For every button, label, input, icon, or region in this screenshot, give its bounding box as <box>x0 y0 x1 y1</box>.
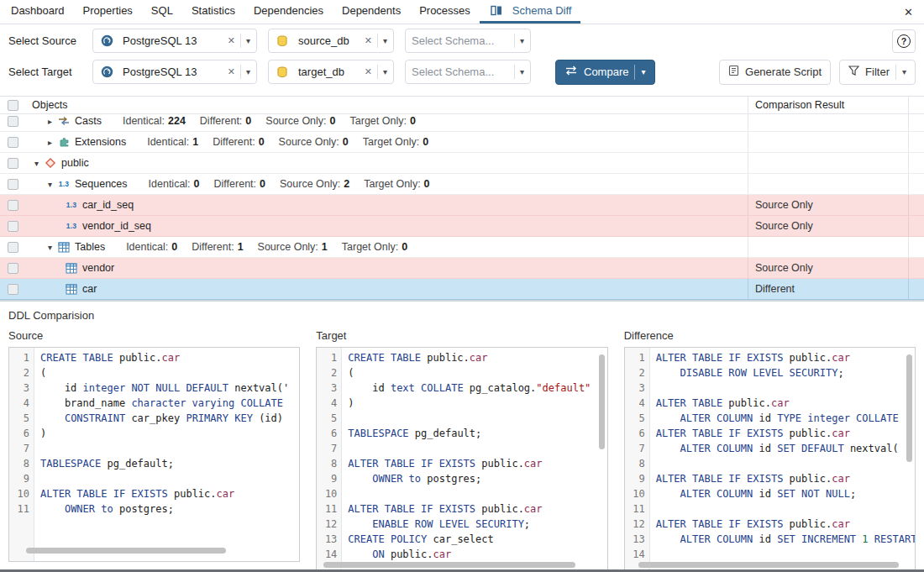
objects-column-header[interactable]: Objects <box>25 99 748 111</box>
chevron-down-icon[interactable]: ▾ <box>383 67 387 76</box>
target-schema-select[interactable]: Select Schema... ▾ <box>405 60 531 84</box>
count-identical: Identical:1 <box>147 136 198 148</box>
target-ddl-pane[interactable]: 1234567891011121314 CREATE TABLE public.… <box>316 347 607 572</box>
row-checkbox[interactable] <box>8 116 18 127</box>
source-schema-select[interactable]: Select Schema... ▾ <box>405 29 531 53</box>
count-identical: Identical:0 <box>149 178 200 190</box>
row-label: Casts <box>75 115 102 127</box>
table-row-public[interactable]: ▾public <box>0 153 924 174</box>
row-checkbox[interactable] <box>8 242 18 253</box>
chevron-down-icon[interactable]: ▾ <box>383 36 387 45</box>
chevron-down-icon[interactable]: ▾ <box>520 36 524 45</box>
combo-divider <box>240 34 241 48</box>
tab-dependents[interactable]: Dependents <box>333 0 410 24</box>
chevron-down-icon[interactable]: ▾ <box>641 67 645 76</box>
source-server-select[interactable]: PostgreSQL 13 ✕ ▾ <box>92 29 257 53</box>
chevron-down-icon[interactable]: ▾ <box>246 67 250 76</box>
row-filler <box>908 258 924 278</box>
database-icon <box>275 66 290 78</box>
tab-processes[interactable]: Processes <box>410 0 480 24</box>
tab-schema-diff[interactable]: Schema Diff <box>480 0 581 24</box>
generate-script-button[interactable]: Generate Script <box>719 60 831 85</box>
count-targetonly: Target Only:0 <box>363 136 428 148</box>
target-server-select[interactable]: PostgreSQL 13 ✕ ▾ <box>92 60 257 84</box>
row-checkbox[interactable] <box>8 263 18 274</box>
row-checkbox[interactable] <box>8 284 18 295</box>
line-number-gutter: 1234567891011121314 <box>625 348 650 572</box>
table-row-car[interactable]: carDifferent <box>0 279 924 300</box>
ddl-comparison-title: DDL Comparision <box>0 302 924 323</box>
table-row-tables[interactable]: ▾TablesIdentical:0Different:1Source Only… <box>0 237 924 258</box>
compare-icon <box>564 66 578 78</box>
horizontal-scrollbar[interactable] <box>323 562 575 568</box>
vertical-scrollbar[interactable] <box>599 354 605 449</box>
table-row-extensions[interactable]: ▸ExtensionsIdentical:1Different:0Source … <box>0 132 924 153</box>
vertical-scrollbar[interactable] <box>906 354 912 462</box>
chevron-down-icon[interactable]: ▾ <box>44 243 56 252</box>
button-divider <box>895 65 896 80</box>
row-label: car_id_seq <box>82 199 134 211</box>
tab-sql[interactable]: SQL <box>142 0 182 24</box>
chevron-down-icon[interactable]: ▾ <box>520 67 524 76</box>
difference-ddl-pane[interactable]: 1234567891011121314 ALTER TABLE IF EXIST… <box>624 347 916 572</box>
count-identical: Identical:224 <box>123 115 186 127</box>
select-target-row: Select Target PostgreSQL 13 ✕ ▾ target_d… <box>0 57 924 87</box>
chevron-down-icon[interactable]: ▾ <box>44 180 56 189</box>
chevron-right-icon[interactable]: ▸ <box>44 138 56 147</box>
difference-code-area: ALTER TABLE IF EXISTS public.car DISABLE… <box>650 348 915 572</box>
comparison-counts: Identical:1Different:0Source Only:0Targe… <box>147 136 428 148</box>
clear-icon[interactable]: ✕ <box>228 35 235 46</box>
grid-header-filler <box>908 97 924 113</box>
tab-label: Statistics <box>192 4 235 17</box>
table-row-casts[interactable]: ▸CastsIdentical:224Different:0Source Onl… <box>0 114 924 132</box>
close-icon[interactable]: ✕ <box>893 6 924 18</box>
table-row-vendor_id_seq[interactable]: 1.3vendor_id_seqSource Only <box>0 216 924 237</box>
row-checkbox[interactable] <box>8 179 18 190</box>
line-number-gutter: 1234567891011121314 <box>317 348 342 572</box>
clear-icon[interactable]: ✕ <box>365 35 372 46</box>
chevron-down-icon[interactable]: ▾ <box>30 159 43 168</box>
select-all-checkbox[interactable] <box>8 100 18 111</box>
tab-bar: DashboardPropertiesSQLStatisticsDependen… <box>0 0 924 24</box>
tab-properties[interactable]: Properties <box>74 0 142 24</box>
tab-dependencies[interactable]: Dependencies <box>244 0 333 24</box>
table-icon <box>56 242 71 253</box>
tab-dashboard[interactable]: Dashboard <box>2 0 74 24</box>
source-ddl-pane[interactable]: 1234567891011 CREATE TABLE public.car( i… <box>8 347 300 562</box>
chevron-down-icon[interactable]: ▾ <box>246 36 250 45</box>
filter-button[interactable]: Filter ▾ <box>839 60 916 85</box>
table-row-vendor[interactable]: vendorSource Only <box>0 258 924 279</box>
schema-icon <box>43 157 58 169</box>
comparison-result-cell: Source Only <box>748 258 908 278</box>
count-targetonly: Target Only:0 <box>350 115 416 127</box>
source-database-select[interactable]: source_db ✕ ▾ <box>268 29 394 53</box>
compare-button[interactable]: Compare ▾ <box>555 60 655 85</box>
schema-diff-icon <box>489 5 504 16</box>
table-row-sequences[interactable]: ▾1.3SequencesIdentical:0Different:0Sourc… <box>0 174 924 195</box>
tab-statistics[interactable]: Statistics <box>182 0 244 24</box>
table-icon <box>64 263 79 274</box>
chevron-down-icon[interactable]: ▾ <box>902 67 906 76</box>
combo-divider <box>377 34 378 48</box>
table-row-car_id_seq[interactable]: 1.3car_id_seqSource Only <box>0 195 924 216</box>
help-button[interactable]: ? <box>892 29 916 53</box>
source-code-area: CREATE TABLE public.car( id integer NOT … <box>34 348 299 561</box>
row-checkbox[interactable] <box>8 221 18 232</box>
count-sourceonly: Source Only:1 <box>258 241 328 253</box>
comparison-result-cell <box>748 237 908 257</box>
row-checkbox[interactable] <box>8 158 18 169</box>
horizontal-scrollbar[interactable] <box>638 562 899 568</box>
row-label: vendor_id_seq <box>82 220 151 232</box>
clear-icon[interactable]: ✕ <box>365 66 372 77</box>
chevron-right-icon[interactable]: ▸ <box>44 117 56 126</box>
horizontal-scrollbar[interactable] <box>26 548 226 554</box>
cast-icon <box>56 116 71 126</box>
row-checkbox[interactable] <box>8 200 18 211</box>
difference-pane-label: Difference <box>624 329 916 342</box>
count-targetonly: Target Only:0 <box>342 241 407 253</box>
clear-icon[interactable]: ✕ <box>228 66 235 77</box>
ddl-pane-labels: Source Target Difference <box>0 323 924 347</box>
row-checkbox[interactable] <box>8 137 18 148</box>
comparison-result-column-header[interactable]: Comparison Result <box>748 97 908 113</box>
target-database-select[interactable]: target_db ✕ ▾ <box>268 60 394 84</box>
